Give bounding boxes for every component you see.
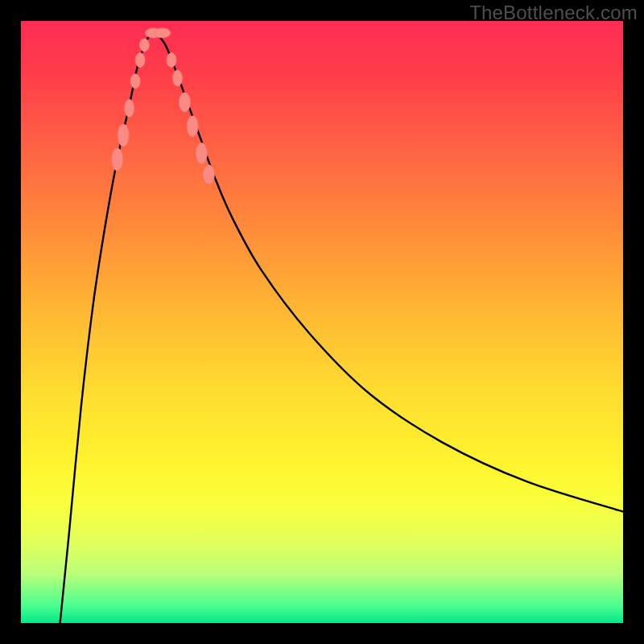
data-marker (179, 93, 190, 112)
left-branch-curve (60, 30, 154, 623)
data-marker (187, 116, 198, 137)
plot-area (21, 21, 623, 623)
data-marker (167, 53, 176, 68)
data-marker (203, 165, 214, 184)
right-branch-curve (154, 30, 623, 511)
curve-svg (21, 21, 623, 623)
data-marker (135, 53, 145, 68)
data-marker (125, 99, 134, 117)
data-marker (139, 39, 149, 52)
data-marker (130, 74, 140, 89)
data-marker (118, 124, 129, 147)
data-marker (155, 28, 171, 38)
data-marker (112, 148, 123, 171)
curve-layer (60, 30, 623, 623)
marker-layer (112, 28, 215, 184)
data-marker (196, 143, 207, 164)
data-marker (172, 70, 182, 86)
outer-frame: TheBottleneck.com (0, 0, 644, 644)
watermark-text: TheBottleneck.com (469, 2, 638, 24)
